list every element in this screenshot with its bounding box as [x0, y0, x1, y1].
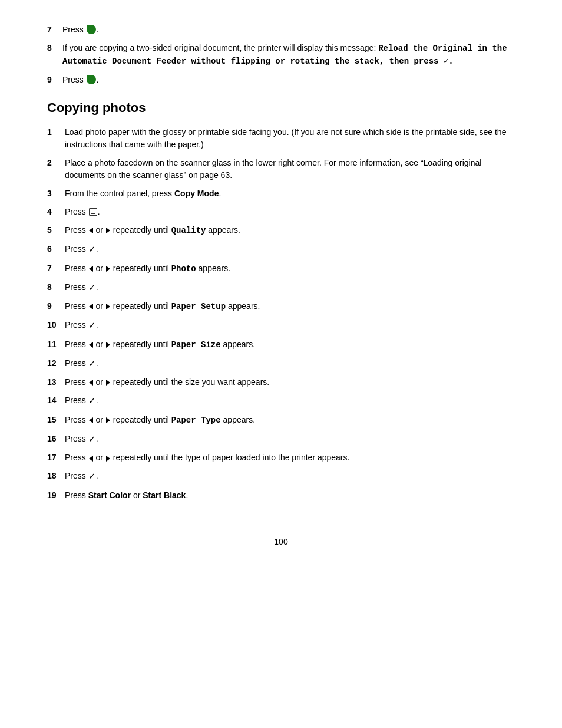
step-number: 13 [47, 376, 65, 388]
main-steps-list: 1 Load photo paper with the glossy or pr… [47, 126, 515, 502]
continuation-steps: 7 Press . 8 If you are copying a two-sid… [47, 24, 515, 86]
page-content: 7 Press . 8 If you are copying a two-sid… [47, 24, 515, 546]
step-12: 12 Press ✓. [47, 357, 515, 371]
step-number: 16 [47, 433, 65, 446]
step-text: Press Start Color or Start Black. [65, 489, 515, 502]
arrow-right-icon [106, 304, 110, 309]
checkmark-icon: ✓ [88, 319, 96, 332]
arrow-right-icon [106, 380, 110, 386]
step-text: Press ✓. [65, 357, 515, 371]
step-text: Press ✓. [65, 243, 515, 256]
step-text: Press ✓. [65, 319, 515, 332]
step-11: 11 Press or repeatedly until Paper Size … [47, 338, 515, 351]
step-text: Press or repeatedly until Paper Size app… [65, 338, 515, 351]
step-number: 11 [47, 338, 65, 351]
step-number: 14 [47, 394, 65, 408]
step-number: 9 [47, 300, 65, 313]
checkmark-icon: ✓ [88, 281, 96, 295]
step-text: Press . [62, 74, 515, 86]
reload-message: Reload the Original in the Automatic Doc… [62, 44, 507, 66]
quality-label: Quality [171, 226, 206, 235]
step-6: 6 Press ✓. [47, 243, 515, 256]
checkmark-icon: ✓ [88, 243, 96, 256]
step-19: 19 Press Start Color or Start Black. [47, 489, 515, 502]
step-text: Press or repeatedly until Paper Setup ap… [65, 300, 515, 313]
step-13: 13 Press or repeatedly until the size yo… [47, 376, 515, 388]
section-title: Copying photos [47, 100, 515, 116]
step-7: 7 Press or repeatedly until Photo appear… [47, 262, 515, 275]
arrow-right-icon [106, 417, 110, 423]
paper-type-label: Paper Type [171, 416, 221, 425]
step-9: 9 Press or repeatedly until Paper Setup … [47, 300, 515, 313]
arrow-left-icon [89, 417, 93, 423]
step-number: 18 [47, 470, 65, 483]
page-number: 100 [47, 537, 515, 546]
step-text: From the control panel, press Copy Mode. [65, 187, 515, 200]
start-color-label: Start Color [88, 490, 131, 500]
checkmark-icon: ✓ [88, 470, 96, 483]
step-number: 2 [47, 157, 65, 182]
photo-label: Photo [171, 263, 196, 273]
step-2: 2 Place a photo facedown on the scanner … [47, 157, 515, 182]
green-button-icon [87, 75, 96, 84]
step-8: 8 Press ✓. [47, 281, 515, 295]
paper-size-label: Paper Size [171, 340, 221, 350]
step-5: 5 Press or repeatedly until Quality appe… [47, 224, 515, 237]
step-number: 7 [47, 262, 65, 275]
step-text: Press or repeatedly until the size you w… [65, 376, 515, 388]
step-number: 7 [47, 24, 62, 36]
cont-step-7: 7 Press . [47, 24, 515, 36]
step-text: Press or repeatedly until Photo appears. [65, 262, 515, 275]
step-18: 18 Press ✓. [47, 470, 515, 483]
step-text: Press . [62, 24, 515, 36]
step-number: 4 [47, 206, 65, 218]
step-number: 9 [47, 74, 62, 86]
step-number: 5 [47, 224, 65, 237]
arrow-left-icon [89, 456, 93, 462]
arrow-right-icon [106, 228, 110, 233]
step-16: 16 Press ✓. [47, 433, 515, 446]
arrow-left-icon [89, 342, 93, 348]
paper-setup-label: Paper Setup [171, 302, 226, 311]
step-3: 3 From the control panel, press Copy Mod… [47, 187, 515, 200]
checkmark-icon: ✓ [88, 394, 96, 408]
step-number: 6 [47, 243, 65, 256]
step-text: Load photo paper with the glossy or prin… [65, 126, 515, 151]
step-text: Press or repeatedly until the type of pa… [65, 452, 515, 464]
cont-step-9: 9 Press . [47, 74, 515, 86]
menu-button-icon [89, 208, 97, 216]
arrow-right-icon [106, 266, 110, 272]
arrow-left-icon [89, 228, 93, 233]
step-text: Press ✓. [65, 281, 515, 295]
checkmark-icon: ✓ [88, 357, 96, 371]
step-text: Press ✓. [65, 433, 515, 446]
step-text: Press . [65, 206, 515, 218]
step-1: 1 Load photo paper with the glossy or pr… [47, 126, 515, 151]
step-number: 3 [47, 187, 65, 200]
arrow-left-icon [89, 304, 93, 309]
step-4: 4 Press . [47, 206, 515, 218]
arrow-right-icon [106, 342, 110, 348]
step-text: Place a photo facedown on the scanner gl… [65, 157, 515, 182]
start-black-label: Start Black [143, 490, 186, 500]
step-text: Press ✓. [65, 394, 515, 408]
step-number: 19 [47, 489, 65, 502]
copy-mode-label: Copy Mode [174, 189, 219, 198]
step-17: 17 Press or repeatedly until the type of… [47, 452, 515, 464]
step-text: Press or repeatedly until Paper Type app… [65, 414, 515, 427]
step-number: 17 [47, 452, 65, 464]
step-number: 8 [47, 281, 65, 295]
checkmark-icon: ✓ [88, 433, 96, 446]
step-text: Press ✓. [65, 470, 515, 483]
step-10: 10 Press ✓. [47, 319, 515, 332]
step-number: 12 [47, 357, 65, 371]
step-text: If you are copying a two-sided original … [62, 42, 515, 68]
step-15: 15 Press or repeatedly until Paper Type … [47, 414, 515, 427]
green-button-icon [87, 25, 96, 34]
arrow-left-icon [89, 266, 93, 272]
step-text: Press or repeatedly until Quality appear… [65, 224, 515, 237]
cont-step-8: 8 If you are copying a two-sided origina… [47, 42, 515, 68]
step-14: 14 Press ✓. [47, 394, 515, 408]
step-number: 15 [47, 414, 65, 427]
arrow-left-icon [89, 380, 93, 386]
